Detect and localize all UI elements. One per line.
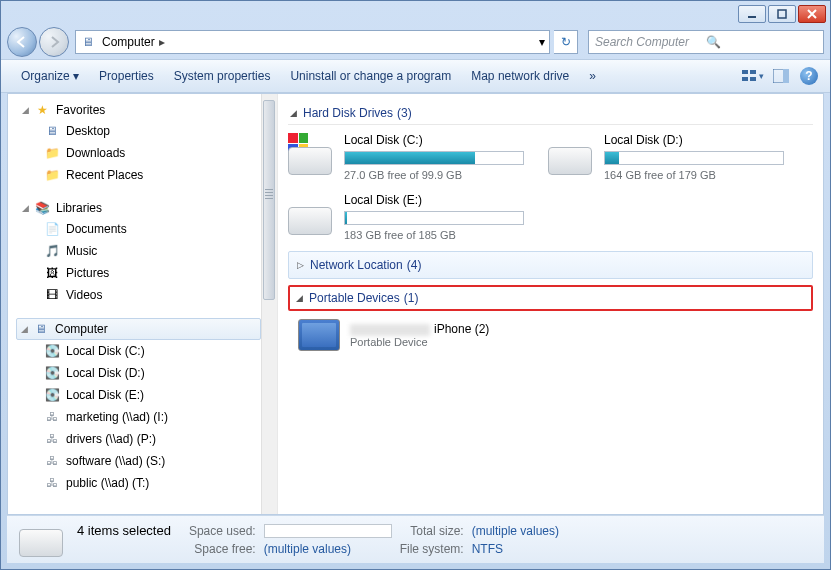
sidebar-item-drive-e[interactable]: 💽Local Disk (E:)	[8, 384, 277, 406]
section-portable-devices[interactable]: ◢ Portable Devices (1)	[288, 285, 813, 311]
drive-tile-e[interactable]: Local Disk (E:) 183 GB free of 185 GB	[288, 193, 528, 241]
svg-rect-2	[742, 70, 748, 74]
sidebar-item-music[interactable]: 🎵Music	[8, 240, 277, 262]
sidebar-item-videos[interactable]: 🎞Videos	[8, 284, 277, 306]
drive-icon	[548, 133, 596, 175]
view-options-button[interactable]: ▾	[742, 65, 764, 87]
properties-button[interactable]: Properties	[89, 65, 164, 87]
sidebar-item-drive-i[interactable]: 🖧marketing (\\ad) (I:)	[8, 406, 277, 428]
maximize-icon	[777, 9, 787, 19]
device-tile-iphone[interactable]: iPhone (2) Portable Device	[288, 319, 813, 351]
favorites-header[interactable]: ◢ ★ Favorites	[8, 100, 277, 120]
computer-group: ◢ 🖥 Computer 💽Local Disk (C:) 💽Local Dis…	[8, 318, 277, 494]
svg-rect-0	[748, 16, 756, 18]
star-icon: ★	[34, 102, 50, 118]
navigation-pane: ◢ ★ Favorites 🖥Desktop 📁Downloads 📁Recen…	[8, 94, 278, 514]
svg-rect-1	[778, 10, 786, 18]
help-icon: ?	[800, 67, 818, 85]
minimize-button[interactable]	[738, 5, 766, 23]
refresh-button[interactable]: ↻	[554, 30, 578, 54]
sidebar-item-documents[interactable]: 📄Documents	[8, 218, 277, 240]
drive-name: Local Disk (C:)	[344, 133, 528, 147]
chevron-down-icon: ▾	[759, 71, 764, 81]
libraries-header[interactable]: ◢ 📚 Libraries	[8, 198, 277, 218]
help-button[interactable]: ?	[798, 65, 820, 87]
music-icon: 🎵	[44, 243, 60, 259]
uninstall-button[interactable]: Uninstall or change a program	[280, 65, 461, 87]
section-count: (3)	[397, 106, 412, 120]
section-label: Hard Disk Drives	[303, 106, 393, 120]
drive-icon: 💽	[44, 365, 60, 381]
drive-name: Local Disk (E:)	[344, 193, 528, 207]
search-icon: 🔍	[706, 35, 817, 49]
section-label: Portable Devices	[309, 291, 400, 305]
network-drive-icon: 🖧	[44, 475, 60, 491]
organize-menu[interactable]: Organize ▾	[11, 65, 89, 87]
collapse-icon: ◢	[296, 293, 303, 303]
details-pane: 4 items selected Space used: Total size:…	[7, 515, 824, 563]
breadcrumb-location[interactable]: Computer	[102, 35, 155, 49]
collapse-icon: ◢	[22, 105, 32, 115]
forward-button[interactable]	[39, 27, 69, 57]
title-bar	[1, 1, 830, 25]
drive-icon	[288, 133, 336, 175]
selection-icon	[19, 523, 63, 557]
sidebar-item-pictures[interactable]: 🖼Pictures	[8, 262, 277, 284]
arrow-left-icon	[15, 35, 29, 49]
sidebar-item-drive-t[interactable]: 🖧public (\\ad) (T:)	[8, 472, 277, 494]
sidebar-item-recent-places[interactable]: 📁Recent Places	[8, 164, 277, 186]
section-hard-disk-drives[interactable]: ◢ Hard Disk Drives (3)	[288, 102, 813, 125]
sidebar-scrollbar[interactable]	[261, 94, 277, 514]
collapse-icon: ◢	[22, 203, 32, 213]
drive-icon: 💽	[44, 343, 60, 359]
section-network-location[interactable]: ▷ Network Location (4)	[288, 251, 813, 279]
drive-icon: 💽	[44, 387, 60, 403]
content-pane: ◢ Hard Disk Drives (3) Local Disk (C:) 2…	[278, 94, 823, 514]
computer-header[interactable]: ◢ 🖥 Computer	[16, 318, 261, 340]
scrollbar-grip-icon	[265, 189, 273, 201]
map-drive-button[interactable]: Map network drive	[461, 65, 579, 87]
sidebar-item-drive-d[interactable]: 💽Local Disk (D:)	[8, 362, 277, 384]
drive-tile-d[interactable]: Local Disk (D:) 164 GB free of 179 GB	[548, 133, 788, 181]
sidebar-item-downloads[interactable]: 📁Downloads	[8, 142, 277, 164]
capacity-bar	[344, 151, 524, 165]
more-commands[interactable]: »	[579, 65, 606, 87]
search-input[interactable]: Search Computer 🔍	[588, 30, 824, 54]
sidebar-item-desktop[interactable]: 🖥Desktop	[8, 120, 277, 142]
svg-rect-4	[742, 77, 748, 81]
drive-tile-c[interactable]: Local Disk (C:) 27.0 GB free of 99.9 GB	[288, 133, 528, 181]
device-name: iPhone (2)	[350, 322, 489, 336]
sidebar-item-drive-c[interactable]: 💽Local Disk (C:)	[8, 340, 277, 362]
space-used-label: Space used:	[189, 524, 256, 538]
arrow-right-icon	[47, 35, 61, 49]
explorer-window: 🖥 Computer ▸ ▾ ↻ Search Computer 🔍 Organ…	[0, 0, 831, 570]
redacted-text	[350, 324, 430, 336]
drive-icon	[288, 193, 336, 235]
folder-icon: 📁	[44, 145, 60, 161]
address-bar[interactable]: 🖥 Computer ▸ ▾	[75, 30, 550, 54]
network-drive-icon: 🖧	[44, 409, 60, 425]
computer-icon: 🖥	[80, 34, 96, 50]
computer-label: Computer	[55, 322, 108, 336]
svg-rect-7	[783, 69, 789, 83]
sidebar-item-drive-p[interactable]: 🖧drivers (\\ad) (P:)	[8, 428, 277, 450]
section-label: Network Location	[310, 258, 403, 272]
selection-count: 4 items selected	[77, 523, 171, 538]
capacity-bar	[604, 151, 784, 165]
preview-pane-button[interactable]	[770, 65, 792, 87]
sidebar-item-drive-s[interactable]: 🖧software (\\ad) (S:)	[8, 450, 277, 472]
drives-container: Local Disk (C:) 27.0 GB free of 99.9 GB …	[288, 133, 813, 241]
view-icon	[742, 69, 756, 83]
explorer-body: ◢ ★ Favorites 🖥Desktop 📁Downloads 📁Recen…	[7, 93, 824, 515]
folder-icon: 📁	[44, 167, 60, 183]
back-button[interactable]	[7, 27, 37, 57]
address-dropdown[interactable]: ▾	[539, 35, 545, 49]
device-type: Portable Device	[350, 336, 489, 348]
breadcrumb-separator[interactable]: ▸	[159, 35, 165, 49]
system-properties-button[interactable]: System properties	[164, 65, 281, 87]
capacity-bar	[344, 211, 524, 225]
computer-icon: 🖥	[33, 321, 49, 337]
close-button[interactable]	[798, 5, 826, 23]
maximize-button[interactable]	[768, 5, 796, 23]
expand-icon: ▷	[297, 260, 304, 270]
